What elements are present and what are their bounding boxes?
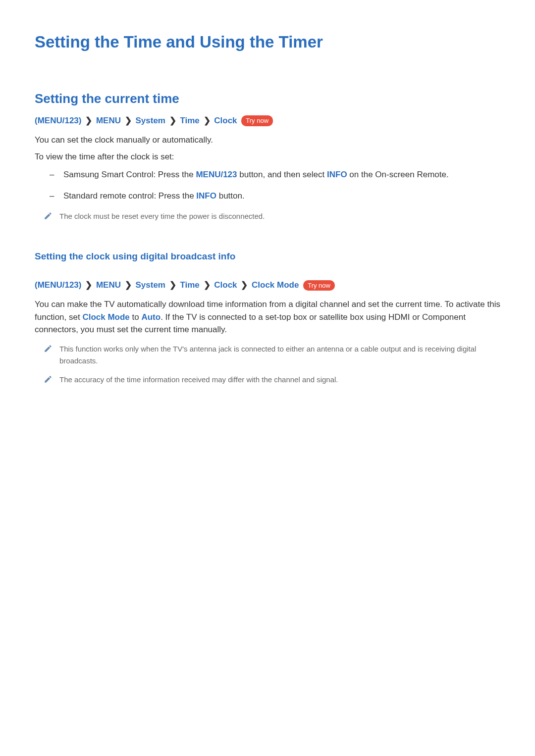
section-setting-current-time: Setting the current time — [35, 89, 500, 108]
chevron-icon: ❯ — [204, 116, 211, 125]
chevron-icon: ❯ — [125, 280, 132, 290]
chevron-icon: ❯ — [85, 116, 92, 125]
page-title: Setting the Time and Using the Timer — [35, 30, 500, 54]
menu-label: MENU/123 — [196, 170, 237, 179]
breadcrumb-part: Clock Mode — [252, 280, 299, 290]
chevron-icon: ❯ — [85, 280, 92, 290]
info-label: INFO — [196, 191, 216, 201]
breadcrumb-part: Clock — [214, 116, 237, 125]
intro-text: You can set the clock manually or automa… — [35, 134, 500, 147]
try-now-badge[interactable]: Try now — [303, 280, 335, 291]
pencil-icon — [44, 375, 53, 384]
subsection-digital-broadcast: Setting the clock using digital broadcas… — [35, 250, 500, 264]
list-item: Samsung Smart Control: Press the MENU/12… — [50, 168, 500, 181]
chevron-icon: ❯ — [169, 116, 176, 125]
list-text: Samsung Smart Control: Press the — [63, 170, 196, 179]
list-text: button, and then select — [237, 170, 327, 179]
breadcrumb-part: MENU — [96, 116, 121, 125]
list-text: on the On-screen Remote. — [347, 170, 449, 179]
note-text: This function works only when the TV's a… — [59, 343, 500, 367]
breadcrumb-part: Time — [180, 280, 199, 290]
chevron-icon: ❯ — [169, 280, 176, 290]
note-row: This function works only when the TV's a… — [35, 343, 500, 367]
breadcrumb-part: Time — [180, 116, 199, 125]
breadcrumb-part: System — [135, 116, 165, 125]
pencil-icon — [44, 344, 53, 353]
paragraph: You can make the TV automatically downlo… — [35, 298, 500, 336]
breadcrumb-part: (MENU/123) — [35, 280, 81, 290]
note-text: The accuracy of the time information rec… — [59, 374, 338, 386]
instruction-list: Samsung Smart Control: Press the MENU/12… — [35, 168, 500, 202]
info-label: INFO — [327, 170, 347, 179]
breadcrumb-clock: (MENU/123) ❯ MENU ❯ System ❯ Time ❯ Cloc… — [35, 114, 500, 127]
intro-text: To view the time after the clock is set: — [35, 151, 500, 163]
chevron-icon: ❯ — [241, 280, 248, 290]
note-text: The clock must be reset every time the p… — [59, 210, 265, 222]
pencil-icon — [44, 211, 53, 220]
note-row: The accuracy of the time information rec… — [35, 374, 500, 386]
clock-mode-label: Clock Mode — [82, 312, 129, 322]
breadcrumb-part: MENU — [96, 280, 121, 290]
breadcrumb-part: (MENU/123) — [35, 116, 81, 125]
auto-label: Auto — [141, 312, 160, 322]
list-text: Standard remote control: Press the — [63, 191, 196, 201]
chevron-icon: ❯ — [204, 280, 211, 290]
para-text: to — [130, 312, 142, 322]
breadcrumb-part: System — [135, 280, 165, 290]
chevron-icon: ❯ — [125, 116, 132, 125]
list-text: button. — [216, 191, 245, 201]
list-item: Standard remote control: Press the INFO … — [50, 189, 500, 202]
note-row: The clock must be reset every time the p… — [35, 210, 500, 222]
breadcrumb-clock-mode: (MENU/123) ❯ MENU ❯ System ❯ Time ❯ Cloc… — [35, 279, 500, 292]
breadcrumb-part: Clock — [214, 280, 237, 290]
try-now-badge[interactable]: Try now — [241, 115, 273, 126]
